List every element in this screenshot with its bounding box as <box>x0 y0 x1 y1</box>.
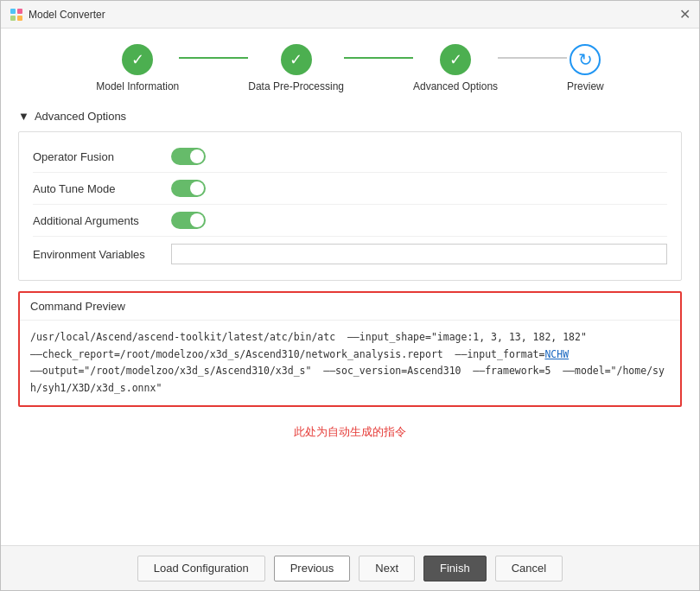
step-label-advanced: Advanced Options <box>413 80 498 92</box>
svg-rect-2 <box>10 16 16 21</box>
operator-fusion-toggle[interactable] <box>171 148 206 165</box>
advanced-options-header[interactable]: ▼ Advanced Options <box>18 110 682 123</box>
finish-button[interactable]: Finish <box>423 556 487 581</box>
command-text: /usr/local/Ascend/ascend-toolkit/latest/… <box>20 321 680 405</box>
highlight-nchw: NCHW <box>544 348 569 360</box>
footer: Load Configuration Previous Next Finish … <box>1 545 699 590</box>
next-button[interactable]: Next <box>359 556 415 581</box>
close-button[interactable]: ✕ <box>679 8 690 22</box>
advanced-options-panel: Operator Fusion Auto Tune Mode Additiona… <box>18 131 682 281</box>
connector-3 <box>498 57 567 59</box>
step-circle-data: ✓ <box>281 44 312 75</box>
section-header-label: Advanced Options <box>35 110 126 123</box>
step-model-info: ✓ Model Information <box>96 44 179 92</box>
auto-tune-toggle[interactable] <box>171 180 206 197</box>
auto-gen-note: 此处为自动生成的指令 <box>18 416 682 448</box>
step-label-data: Data Pre-Processing <box>248 80 344 92</box>
title-bar-left: Model Converter <box>10 8 105 22</box>
operator-fusion-label: Operator Fusion <box>33 150 171 163</box>
option-row-additional-args: Additional Arguments <box>33 205 667 237</box>
additional-args-toggle[interactable] <box>171 212 206 229</box>
step-circle-preview: ↻ <box>570 44 601 75</box>
env-vars-label: Environment Variables <box>33 248 171 261</box>
svg-rect-0 <box>10 9 16 14</box>
stepper: ✓ Model Information ✓ Data Pre-Processin… <box>1 29 699 101</box>
step-label-preview: Preview <box>567 80 604 92</box>
window-title: Model Converter <box>29 9 105 21</box>
svg-rect-3 <box>17 16 22 21</box>
step-circle-model-info: ✓ <box>122 44 153 75</box>
connector-2 <box>344 57 413 59</box>
auto-tune-label: Auto Tune Mode <box>33 182 171 195</box>
main-window: Model Converter ✕ ✓ Model Information ✓ … <box>0 0 700 591</box>
load-configuration-button[interactable]: Load Configuration <box>137 556 265 581</box>
title-bar: Model Converter ✕ <box>1 1 699 29</box>
additional-args-label: Additional Arguments <box>33 214 171 227</box>
main-content: ▼ Advanced Options Operator Fusion Auto … <box>1 101 699 545</box>
command-preview-header: Command Preview <box>20 293 680 321</box>
step-data-preprocessing: ✓ Data Pre-Processing <box>248 44 344 92</box>
step-preview: ↻ Preview <box>567 44 604 92</box>
env-vars-input[interactable] <box>171 244 667 264</box>
previous-button[interactable]: Previous <box>274 556 351 581</box>
app-icon <box>10 8 23 22</box>
connector-1 <box>179 57 248 59</box>
option-row-operator-fusion: Operator Fusion <box>33 141 667 173</box>
cancel-button[interactable]: Cancel <box>495 556 563 581</box>
option-row-env-vars: Environment Variables <box>33 237 667 271</box>
step-circle-advanced: ✓ <box>440 44 471 75</box>
command-preview-panel: Command Preview /usr/local/Ascend/ascend… <box>18 291 682 407</box>
step-advanced: ✓ Advanced Options <box>413 44 498 92</box>
section-toggle-arrow: ▼ <box>18 110 29 123</box>
option-row-auto-tune: Auto Tune Mode <box>33 173 667 205</box>
svg-rect-1 <box>17 9 22 14</box>
step-label-model-info: Model Information <box>96 80 179 92</box>
